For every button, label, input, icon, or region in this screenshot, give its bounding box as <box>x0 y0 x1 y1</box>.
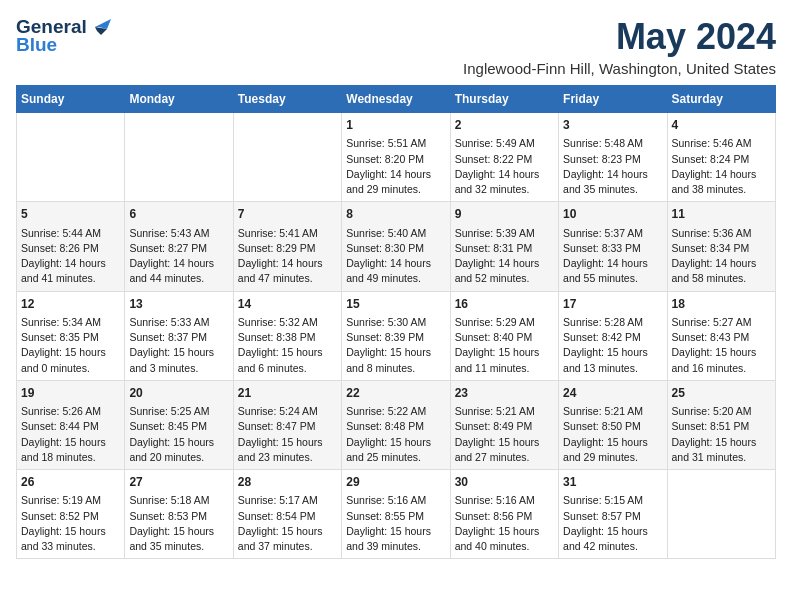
day-info: Sunset: 8:54 PM <box>238 509 337 524</box>
day-number: 29 <box>346 474 445 491</box>
calendar-cell: 3Sunrise: 5:48 AMSunset: 8:23 PMDaylight… <box>559 113 667 202</box>
day-info: Daylight: 15 hours and 8 minutes. <box>346 345 445 375</box>
day-info: Daylight: 15 hours and 25 minutes. <box>346 435 445 465</box>
day-number: 30 <box>455 474 554 491</box>
day-number: 7 <box>238 206 337 223</box>
calendar-cell: 20Sunrise: 5:25 AMSunset: 8:45 PMDayligh… <box>125 380 233 469</box>
day-info: Sunset: 8:39 PM <box>346 330 445 345</box>
day-info: Daylight: 15 hours and 6 minutes. <box>238 345 337 375</box>
day-info: Daylight: 14 hours and 47 minutes. <box>238 256 337 286</box>
day-info: Sunset: 8:48 PM <box>346 419 445 434</box>
logo: General Blue <box>16 16 111 56</box>
calendar-cell: 22Sunrise: 5:22 AMSunset: 8:48 PMDayligh… <box>342 380 450 469</box>
day-info: Sunrise: 5:37 AM <box>563 226 662 241</box>
calendar-cell: 8Sunrise: 5:40 AMSunset: 8:30 PMDaylight… <box>342 202 450 291</box>
calendar-cell: 30Sunrise: 5:16 AMSunset: 8:56 PMDayligh… <box>450 470 558 559</box>
calendar-cell: 16Sunrise: 5:29 AMSunset: 8:40 PMDayligh… <box>450 291 558 380</box>
calendar-cell: 21Sunrise: 5:24 AMSunset: 8:47 PMDayligh… <box>233 380 341 469</box>
day-info: Sunrise: 5:17 AM <box>238 493 337 508</box>
calendar-cell <box>233 113 341 202</box>
day-info: Daylight: 15 hours and 27 minutes. <box>455 435 554 465</box>
calendar-cell: 29Sunrise: 5:16 AMSunset: 8:55 PMDayligh… <box>342 470 450 559</box>
day-info: Sunset: 8:56 PM <box>455 509 554 524</box>
day-number: 26 <box>21 474 120 491</box>
calendar-cell <box>667 470 775 559</box>
main-title: May 2024 <box>463 16 776 58</box>
day-info: Sunset: 8:55 PM <box>346 509 445 524</box>
day-info: Sunrise: 5:34 AM <box>21 315 120 330</box>
day-info: Daylight: 14 hours and 58 minutes. <box>672 256 771 286</box>
day-info: Sunset: 8:43 PM <box>672 330 771 345</box>
day-info: Sunrise: 5:15 AM <box>563 493 662 508</box>
col-header-sunday: Sunday <box>17 86 125 113</box>
day-info: Daylight: 15 hours and 18 minutes. <box>21 435 120 465</box>
day-info: Sunrise: 5:30 AM <box>346 315 445 330</box>
day-info: Daylight: 14 hours and 35 minutes. <box>563 167 662 197</box>
calendar-cell: 7Sunrise: 5:41 AMSunset: 8:29 PMDaylight… <box>233 202 341 291</box>
day-info: Sunset: 8:29 PM <box>238 241 337 256</box>
calendar-cell: 18Sunrise: 5:27 AMSunset: 8:43 PMDayligh… <box>667 291 775 380</box>
day-number: 24 <box>563 385 662 402</box>
day-info: Sunset: 8:45 PM <box>129 419 228 434</box>
day-number: 15 <box>346 296 445 313</box>
col-header-monday: Monday <box>125 86 233 113</box>
day-info: Sunrise: 5:21 AM <box>455 404 554 419</box>
calendar-cell: 27Sunrise: 5:18 AMSunset: 8:53 PMDayligh… <box>125 470 233 559</box>
day-info: Sunset: 8:24 PM <box>672 152 771 167</box>
day-info: Sunrise: 5:39 AM <box>455 226 554 241</box>
day-info: Sunrise: 5:33 AM <box>129 315 228 330</box>
day-info: Daylight: 15 hours and 31 minutes. <box>672 435 771 465</box>
day-info: Sunset: 8:47 PM <box>238 419 337 434</box>
day-number: 11 <box>672 206 771 223</box>
day-info: Sunset: 8:37 PM <box>129 330 228 345</box>
calendar-cell: 25Sunrise: 5:20 AMSunset: 8:51 PMDayligh… <box>667 380 775 469</box>
day-info: Sunrise: 5:21 AM <box>563 404 662 419</box>
day-number: 10 <box>563 206 662 223</box>
calendar-cell: 12Sunrise: 5:34 AMSunset: 8:35 PMDayligh… <box>17 291 125 380</box>
col-header-tuesday: Tuesday <box>233 86 341 113</box>
calendar-cell: 4Sunrise: 5:46 AMSunset: 8:24 PMDaylight… <box>667 113 775 202</box>
day-info: Daylight: 15 hours and 29 minutes. <box>563 435 662 465</box>
day-info: Sunrise: 5:16 AM <box>346 493 445 508</box>
logo-bird-icon <box>89 19 111 35</box>
day-info: Daylight: 14 hours and 49 minutes. <box>346 256 445 286</box>
day-info: Sunrise: 5:19 AM <box>21 493 120 508</box>
day-info: Sunset: 8:34 PM <box>672 241 771 256</box>
day-info: Daylight: 15 hours and 37 minutes. <box>238 524 337 554</box>
day-info: Sunset: 8:57 PM <box>563 509 662 524</box>
day-info: Sunrise: 5:20 AM <box>672 404 771 419</box>
day-info: Sunset: 8:42 PM <box>563 330 662 345</box>
day-info: Sunset: 8:44 PM <box>21 419 120 434</box>
day-info: Sunrise: 5:18 AM <box>129 493 228 508</box>
calendar-cell: 13Sunrise: 5:33 AMSunset: 8:37 PMDayligh… <box>125 291 233 380</box>
day-info: Daylight: 15 hours and 35 minutes. <box>129 524 228 554</box>
calendar-cell: 26Sunrise: 5:19 AMSunset: 8:52 PMDayligh… <box>17 470 125 559</box>
day-info: Daylight: 15 hours and 3 minutes. <box>129 345 228 375</box>
day-info: Daylight: 14 hours and 29 minutes. <box>346 167 445 197</box>
day-number: 19 <box>21 385 120 402</box>
calendar-cell: 14Sunrise: 5:32 AMSunset: 8:38 PMDayligh… <box>233 291 341 380</box>
header: General Blue May 2024 Inglewood-Finn Hil… <box>16 16 776 77</box>
calendar-cell <box>125 113 233 202</box>
day-info: Sunrise: 5:46 AM <box>672 136 771 151</box>
day-number: 5 <box>21 206 120 223</box>
day-info: Sunset: 8:35 PM <box>21 330 120 345</box>
day-info: Daylight: 15 hours and 42 minutes. <box>563 524 662 554</box>
day-info: Sunset: 8:52 PM <box>21 509 120 524</box>
col-header-saturday: Saturday <box>667 86 775 113</box>
calendar-cell: 17Sunrise: 5:28 AMSunset: 8:42 PMDayligh… <box>559 291 667 380</box>
day-number: 23 <box>455 385 554 402</box>
day-info: Sunset: 8:40 PM <box>455 330 554 345</box>
day-info: Sunset: 8:27 PM <box>129 241 228 256</box>
calendar-cell: 9Sunrise: 5:39 AMSunset: 8:31 PMDaylight… <box>450 202 558 291</box>
day-info: Sunrise: 5:44 AM <box>21 226 120 241</box>
day-info: Daylight: 15 hours and 39 minutes. <box>346 524 445 554</box>
day-number: 18 <box>672 296 771 313</box>
day-info: Daylight: 14 hours and 32 minutes. <box>455 167 554 197</box>
day-info: Sunrise: 5:27 AM <box>672 315 771 330</box>
day-info: Sunrise: 5:40 AM <box>346 226 445 241</box>
day-number: 31 <box>563 474 662 491</box>
logo-blue: Blue <box>16 34 57 56</box>
day-info: Sunrise: 5:29 AM <box>455 315 554 330</box>
subtitle: Inglewood-Finn Hill, Washington, United … <box>463 60 776 77</box>
